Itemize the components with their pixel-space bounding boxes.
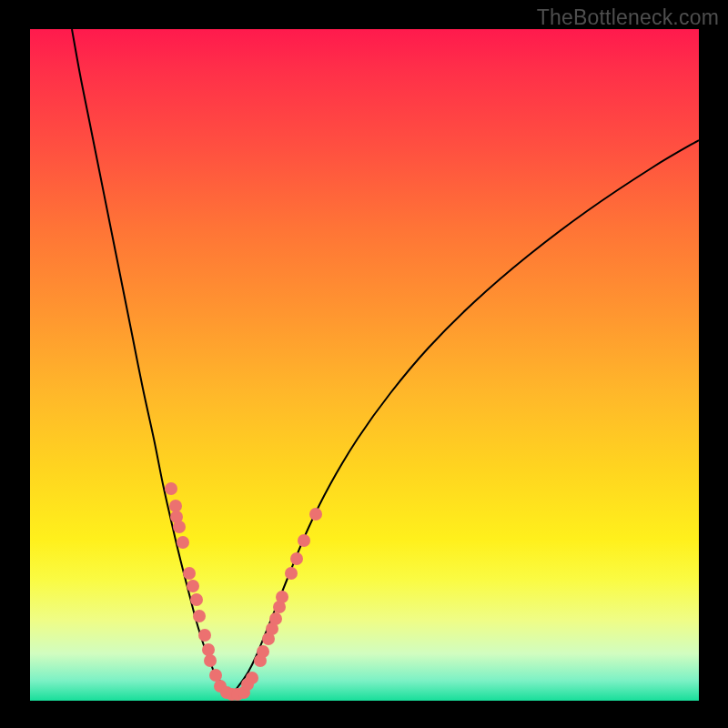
scatter-dot (309, 508, 322, 521)
scatter-dot (204, 654, 217, 667)
chart-svg (30, 29, 699, 701)
scatter-dot (165, 482, 177, 495)
scatter-dot (177, 536, 189, 549)
scatter-dot (209, 669, 222, 682)
scatter-dot (202, 643, 215, 656)
scatter-dot (183, 567, 196, 580)
plot-area (30, 29, 699, 701)
scatter-dot (257, 645, 269, 658)
chart-frame: TheBottleneck.com (0, 0, 728, 728)
scatter-dot (298, 534, 310, 547)
scatter-dot (169, 500, 182, 512)
curve-right-branch (232, 140, 699, 694)
scatter-dot (285, 567, 298, 580)
scatter-dot (290, 552, 303, 565)
scatter-dot (190, 593, 203, 606)
scatter-dot (198, 629, 211, 642)
scatter-dot (187, 580, 199, 592)
curve-left-branch (72, 29, 232, 694)
scatter-dot (269, 612, 282, 625)
watermark-text: TheBottleneck.com (537, 5, 719, 30)
scatter-dot (246, 672, 258, 684)
scatter-dot (173, 521, 186, 533)
scatter-dot (193, 610, 206, 622)
scatter-dot (276, 591, 288, 603)
